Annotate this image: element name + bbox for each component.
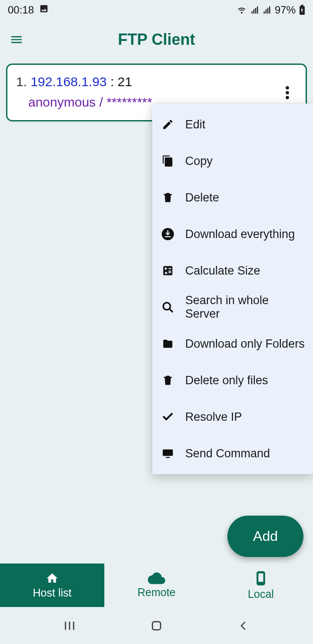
battery-charging-icon: [299, 5, 305, 15]
status-time: 00:18: [8, 4, 34, 16]
monitor-icon: [162, 447, 174, 460]
signal-1-icon: [250, 6, 259, 14]
menu-download-folders[interactable]: Download only Folders: [152, 325, 313, 362]
search-icon: [162, 301, 174, 313]
svg-point-3: [286, 91, 289, 94]
back-icon: [238, 620, 249, 632]
svg-rect-9: [163, 449, 173, 456]
tab-local[interactable]: Local: [209, 564, 313, 607]
menu-search-server-label: Search in whole Server: [185, 294, 305, 321]
menu-delete-files[interactable]: Delete only files: [152, 362, 313, 399]
svg-point-4: [286, 96, 289, 99]
svg-rect-17: [153, 621, 161, 630]
menu-search-server[interactable]: Search in whole Server: [152, 289, 313, 325]
menu-copy-label: Copy: [185, 154, 213, 168]
menu-download-everything[interactable]: Download everything: [152, 216, 313, 252]
calculator-icon: [162, 265, 174, 277]
battery-pct: 97%: [275, 4, 296, 16]
home-nav-icon: [150, 620, 163, 632]
host-more-button[interactable]: [280, 85, 295, 101]
svg-rect-6: [163, 266, 173, 275]
tab-host-list-label: Host list: [33, 587, 72, 599]
tab-remote-label: Remote: [137, 586, 176, 599]
menu-resolve-ip-label: Resolve IP: [185, 410, 242, 424]
menu-calculate-size-label: Calculate Size: [185, 264, 260, 278]
back-button[interactable]: [230, 620, 256, 632]
delete-files-icon: [162, 374, 174, 386]
copy-icon: [162, 155, 174, 167]
host-index: 1.: [16, 74, 27, 89]
check-icon: [162, 411, 174, 423]
host-port-sep: :: [110, 74, 118, 89]
host-ip: 192.168.1.93: [30, 74, 107, 89]
cloud-icon: [148, 572, 165, 584]
svg-point-2: [286, 86, 289, 90]
system-nav-bar: [0, 607, 313, 644]
menu-resolve-ip[interactable]: Resolve IP: [152, 399, 313, 435]
host-username: anonymous: [28, 95, 96, 109]
menu-send-command-label: Send Command: [185, 447, 270, 460]
menu-icon: [10, 33, 23, 47]
add-button[interactable]: Add: [227, 516, 303, 557]
signal-2-icon: [263, 6, 271, 14]
menu-send-command[interactable]: Send Command: [152, 435, 313, 472]
status-bar: 00:18 97%: [0, 0, 313, 20]
menu-delete-label: Delete: [185, 191, 219, 205]
menu-download-folders-label: Download only Folders: [185, 337, 305, 351]
page-title: FTP Client: [25, 30, 288, 49]
edit-icon: [162, 118, 174, 131]
tab-remote[interactable]: Remote: [104, 564, 209, 607]
recents-button[interactable]: [57, 620, 83, 632]
host-password: *********: [107, 95, 152, 109]
menu-download-everything-label: Download everything: [185, 228, 295, 241]
svg-point-13: [260, 583, 261, 584]
svg-rect-12: [258, 572, 264, 582]
tab-local-label: Local: [248, 588, 274, 600]
menu-copy[interactable]: Copy: [152, 143, 313, 179]
host-port: 21: [118, 74, 132, 89]
more-vert-icon: [286, 86, 289, 99]
phone-icon: [255, 570, 266, 586]
menu-edit-label: Edit: [185, 118, 206, 131]
svg-rect-10: [166, 457, 170, 458]
host-context-menu: Edit Copy Delete Download everything Cal…: [152, 104, 313, 474]
app-bar: FTP Client: [0, 20, 313, 59]
tab-host-list[interactable]: Host list: [0, 564, 104, 607]
home-icon: [45, 572, 60, 585]
home-button[interactable]: [143, 620, 170, 632]
bottom-tabs: Host list Remote Local: [0, 564, 313, 607]
image-icon: [39, 4, 49, 16]
download-icon: [162, 228, 174, 240]
svg-rect-1: [301, 5, 303, 6]
folder-icon: [162, 338, 174, 350]
wifi-icon: [236, 5, 247, 15]
menu-button[interactable]: [8, 31, 25, 48]
menu-delete-files-label: Delete only files: [185, 374, 268, 387]
svg-line-8: [170, 309, 173, 312]
menu-edit[interactable]: Edit: [152, 106, 313, 143]
delete-icon: [162, 191, 174, 204]
menu-delete[interactable]: Delete: [152, 179, 313, 216]
menu-calculate-size[interactable]: Calculate Size: [152, 252, 313, 289]
recents-icon: [63, 620, 76, 632]
add-button-label: Add: [253, 528, 278, 544]
host-user-sep: /: [99, 95, 107, 109]
